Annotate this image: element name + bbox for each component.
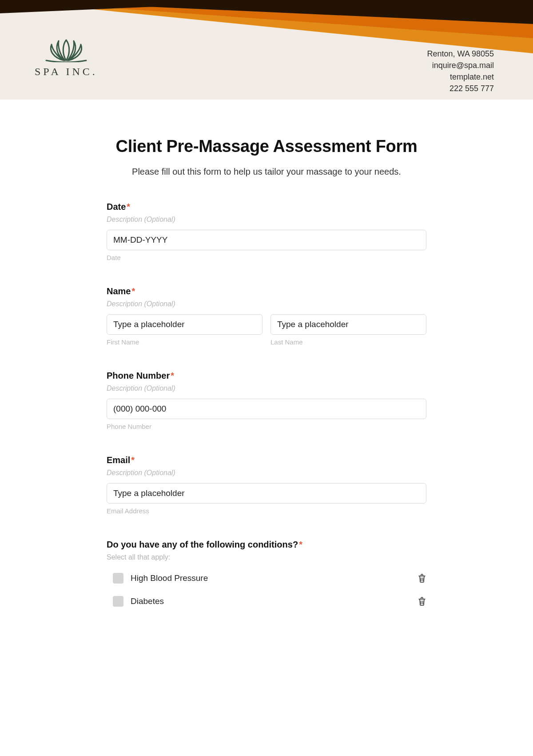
phone-description[interactable]: Description (Optional) bbox=[107, 384, 426, 392]
date-label: Date* bbox=[107, 202, 426, 212]
condition-option-label[interactable]: Diabetes bbox=[131, 596, 418, 606]
lotus-icon bbox=[35, 37, 98, 62]
banner-stripe bbox=[0, 0, 311, 13]
email-description[interactable]: Description (Optional) bbox=[107, 469, 426, 477]
conditions-helper: Select all that apply: bbox=[107, 553, 426, 561]
contact-phone: 222 555 777 bbox=[427, 83, 494, 94]
last-name-input[interactable] bbox=[270, 314, 426, 335]
field-conditions: Do you have any of the following conditi… bbox=[107, 540, 426, 610]
phone-input[interactable] bbox=[107, 399, 426, 419]
phone-sublabel: Phone Number bbox=[107, 423, 426, 430]
required-asterisk: * bbox=[127, 202, 130, 212]
checkbox[interactable] bbox=[113, 573, 123, 584]
email-input[interactable] bbox=[107, 483, 426, 504]
form-title: Client Pre-Massage Assessment Form bbox=[107, 137, 426, 156]
name-label: Name* bbox=[107, 286, 426, 296]
header-banner: SPA INC. Renton, WA 98055 inquire@spa.ma… bbox=[0, 0, 533, 100]
contact-website: template.net bbox=[427, 71, 494, 83]
email-sublabel: Email Address bbox=[107, 507, 426, 515]
date-description[interactable]: Description (Optional) bbox=[107, 216, 426, 224]
field-phone: Phone Number* Description (Optional) Pho… bbox=[107, 371, 426, 430]
date-sublabel: Date bbox=[107, 254, 426, 261]
trash-icon[interactable] bbox=[418, 596, 426, 606]
required-asterisk: * bbox=[131, 455, 135, 465]
condition-option-label[interactable]: High Blood Pressure bbox=[131, 573, 418, 583]
field-name: Name* Description (Optional) First Name … bbox=[107, 286, 426, 346]
field-email: Email* Description (Optional) Email Addr… bbox=[107, 455, 426, 515]
form-container: Client Pre-Massage Assessment Form Pleas… bbox=[107, 100, 426, 610]
required-asterisk: * bbox=[171, 371, 174, 380]
contact-info: Renton, WA 98055 inquire@spa.mail templa… bbox=[427, 48, 494, 94]
condition-option: High Blood Pressure bbox=[107, 569, 426, 587]
brand-name: SPA INC. bbox=[35, 66, 98, 78]
checkbox[interactable] bbox=[113, 596, 123, 607]
contact-email: inquire@spa.mail bbox=[427, 60, 494, 71]
required-asterisk: * bbox=[299, 540, 302, 549]
date-input[interactable] bbox=[107, 230, 426, 250]
form-subtitle: Please fill out this form to help us tai… bbox=[107, 167, 426, 177]
first-name-input[interactable] bbox=[107, 314, 263, 335]
field-date: Date* Description (Optional) Date bbox=[107, 202, 426, 261]
condition-option: Diabetes bbox=[107, 592, 426, 610]
last-name-sublabel: Last Name bbox=[270, 338, 426, 346]
trash-icon[interactable] bbox=[418, 573, 426, 583]
email-label: Email* bbox=[107, 455, 426, 465]
name-description[interactable]: Description (Optional) bbox=[107, 300, 426, 308]
conditions-label: Do you have any of the following conditi… bbox=[107, 540, 426, 550]
contact-address: Renton, WA 98055 bbox=[427, 48, 494, 60]
phone-label: Phone Number* bbox=[107, 371, 426, 381]
brand-logo: SPA INC. bbox=[35, 37, 98, 78]
first-name-sublabel: First Name bbox=[107, 338, 263, 346]
required-asterisk: * bbox=[131, 286, 135, 296]
